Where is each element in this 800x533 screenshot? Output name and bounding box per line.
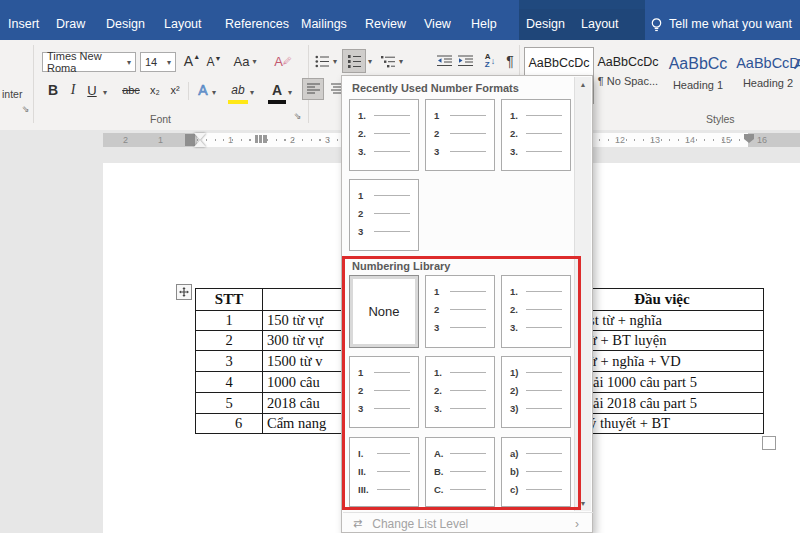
format-number: 2 [358, 208, 371, 219]
header-cell-stt[interactable]: STT [196, 289, 263, 311]
ruler-number: 15 [721, 135, 731, 145]
decrease-indent-button[interactable] [435, 51, 453, 71]
underline-button[interactable]: U [84, 80, 100, 100]
numbering-button[interactable] [342, 49, 366, 73]
cell-stt[interactable]: 1 [196, 311, 263, 331]
font-group-label: Font [150, 113, 171, 125]
align-left-button[interactable] [302, 78, 324, 100]
style-sample: A [794, 55, 800, 72]
highlight-button[interactable]: ab [228, 80, 248, 104]
change-case-button[interactable]: Aa▾ [230, 50, 260, 72]
clipboard-dialog-launcher-icon[interactable]: ⇘ [22, 104, 30, 114]
number-format-tile[interactable]: 1. 2. 3. [501, 99, 571, 171]
style-partial[interactable]: A [794, 47, 800, 102]
table-column-marker[interactable] [255, 135, 267, 143]
bullets-button[interactable] [312, 51, 332, 71]
ruler-number: 14 [685, 135, 695, 145]
format-number: 1 [358, 367, 371, 378]
numbering-none-tile[interactable]: None [349, 275, 419, 348]
format-number: a) [510, 448, 523, 459]
dropdown-scrollbar[interactable]: ▲ ▼ [574, 77, 591, 511]
format-number: 3. [510, 146, 523, 157]
first-line-indent-marker[interactable] [194, 133, 206, 140]
subscript-button[interactable]: x₂ [146, 80, 164, 100]
numbering-library-tile[interactable]: I. II. III. [349, 437, 419, 507]
tab-mailings[interactable]: Mailings [301, 9, 347, 40]
numbering-library-tile[interactable]: 1) 2) 3) [501, 356, 571, 428]
tab-table-design[interactable]: Design [526, 9, 565, 40]
table-move-handle[interactable] [176, 284, 192, 300]
font-dialog-launcher-icon[interactable]: ⇘ [294, 111, 302, 121]
tab-references[interactable]: References [225, 9, 289, 40]
title-bar [0, 0, 800, 9]
scroll-down-icon[interactable]: ▼ [575, 496, 591, 511]
increase-indent-button[interactable] [456, 51, 474, 71]
format-number: 1) [510, 367, 523, 378]
scroll-up-icon[interactable]: ▲ [575, 77, 591, 92]
change-list-level-icon: ⇄ [353, 517, 362, 530]
format-number: 2. [358, 128, 371, 139]
style-no-spacing[interactable]: AaBbCcDc ¶ No Spac... [594, 47, 662, 102]
text-effects-dropdown-icon[interactable]: ▾ [212, 88, 216, 97]
style-sample: AaBbCcDc [594, 55, 662, 69]
bold-button[interactable]: B [44, 80, 62, 100]
underline-dropdown-icon[interactable]: ▾ [103, 88, 107, 97]
number-format-tile[interactable]: 1 2 3 [425, 99, 495, 171]
strikethrough-button[interactable]: abc [118, 80, 144, 100]
numbering-library-tile[interactable]: 1 2 3 [425, 275, 495, 348]
format-number: 1. [510, 110, 523, 121]
clear-formatting-button[interactable]: A🖉 [272, 50, 294, 72]
number-format-tile[interactable]: 1. 2. 3. [349, 99, 419, 171]
numbering-library-tile[interactable]: 1 2 3 [349, 356, 419, 428]
format-number: 1 [434, 110, 447, 121]
highlight-dropdown-icon[interactable]: ▾ [250, 88, 254, 97]
numbering-library-tile[interactable]: 1. 2. 3. [501, 275, 571, 348]
change-list-level-item[interactable]: ⇄ Change List Level › [343, 514, 587, 533]
tab-table-layout[interactable]: Layout [581, 9, 619, 40]
multilevel-list-button[interactable] [378, 51, 398, 71]
numbering-library-header: Numbering Library [352, 260, 450, 272]
multilevel-dropdown-icon[interactable]: ▾ [399, 57, 403, 66]
font-name-combobox[interactable]: Times New Roma▾ [42, 52, 136, 72]
tab-insert[interactable]: Insert [8, 9, 39, 40]
format-number: 2. [434, 385, 447, 396]
font-color-dropdown-icon[interactable]: ▾ [288, 88, 292, 97]
cell-stt[interactable]: 3 [196, 351, 263, 372]
tab-draw[interactable]: Draw [56, 9, 85, 40]
change-list-level-label: Change List Level [372, 517, 468, 531]
italic-button[interactable]: I [66, 80, 80, 100]
hanging-indent-marker[interactable] [194, 140, 206, 147]
format-number: A. [434, 448, 447, 459]
numbering-library-tile[interactable]: 1. 2. 3. [425, 356, 495, 428]
number-format-tile[interactable]: 1 2 3 [349, 179, 419, 251]
text-effects-button[interactable]: A [194, 80, 212, 100]
cell-stt[interactable]: 5 [196, 393, 263, 414]
cell-stt[interactable]: 2 [196, 331, 263, 351]
tab-layout[interactable]: Layout [164, 9, 202, 40]
tab-design[interactable]: Design [106, 9, 145, 40]
multilevel-list-icon [381, 55, 396, 68]
cell-stt-split[interactable]: 6 [196, 414, 263, 434]
numbering-library-tile[interactable]: A. B. C. [425, 437, 495, 507]
grow-font-button[interactable]: A▲ [182, 50, 202, 72]
font-size-combobox[interactable]: 14▾ [140, 52, 176, 72]
sort-button[interactable]: AZ ↓ [480, 49, 500, 73]
format-painter-label[interactable]: inter [2, 88, 22, 100]
tab-review[interactable]: Review [365, 9, 406, 40]
shrink-font-button[interactable]: A▼ [205, 52, 223, 72]
font-color-button[interactable]: A [268, 80, 286, 104]
table-resize-handle[interactable] [762, 436, 776, 450]
tab-help[interactable]: Help [471, 9, 497, 40]
style-heading-1[interactable]: AaBbCc Heading 1 [664, 47, 732, 102]
tab-view[interactable]: View [424, 9, 451, 40]
ribbon-tab-bar: Insert Draw Design Layout References Mai… [0, 9, 800, 40]
superscript-button[interactable]: x² [166, 80, 184, 100]
format-number: 3 [358, 226, 371, 237]
bullets-dropdown-icon[interactable]: ▾ [333, 57, 337, 66]
cell-stt[interactable]: 4 [196, 372, 263, 393]
tell-me-search[interactable]: Tell me what you want to d [669, 9, 800, 40]
numbering-library-tile[interactable]: a) b) c) [501, 437, 571, 507]
style-heading-2[interactable]: AaBbCcD Heading 2 [734, 47, 800, 102]
numbering-dropdown-icon[interactable]: ▾ [368, 57, 372, 66]
pilcrow-button[interactable]: ¶ [502, 50, 518, 72]
